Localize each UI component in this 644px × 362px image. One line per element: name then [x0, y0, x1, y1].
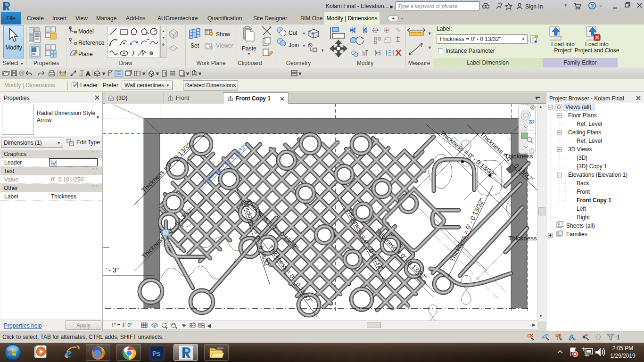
svg-text:▼: ▼ — [198, 72, 202, 76]
svg-text:▾: ▾ — [299, 71, 301, 76]
svg-text:?: ? — [591, 3, 594, 8]
svg-text:Ps: Ps — [152, 350, 160, 357]
svg-text:▼: ▼ — [428, 45, 431, 50]
svg-text:▼: ▼ — [186, 72, 190, 76]
svg-text:▼: ▼ — [102, 72, 106, 76]
svg-text:Ref. Level: Ref. Level — [577, 121, 602, 127]
svg-text:Front: Front — [577, 189, 590, 195]
svg-text:A: A — [86, 70, 91, 77]
svg-text:Views (all): Views (all) — [565, 104, 591, 110]
svg-text:Families: Families — [566, 231, 587, 238]
svg-text:2D: 2D — [528, 119, 535, 124]
svg-text:Sign In: Sign In — [525, 3, 543, 10]
svg-text:Ref. Level: Ref. Level — [577, 138, 602, 144]
svg-text:▼: ▼ — [428, 31, 431, 36]
svg-text:3D Views: 3D Views — [568, 146, 592, 153]
svg-text:Right: Right — [577, 214, 590, 221]
svg-text:◀: ◀ — [207, 323, 211, 328]
svg-text:Ceiling Plans: Ceiling Plans — [568, 129, 601, 136]
svg-text:▼: ▼ — [142, 72, 146, 76]
svg-text:Front Copy 1: Front Copy 1 — [577, 197, 611, 204]
svg-text:Left: Left — [577, 206, 586, 212]
svg-text:Sheets (all): Sheets (all) — [566, 222, 595, 229]
svg-text:Elevations (Elevation 1): Elevations (Elevation 1) — [568, 172, 627, 178]
svg-text:{3D} Copy 1: {3D} Copy 1 — [577, 163, 607, 170]
svg-text:Floor Plans: Floor Plans — [568, 112, 597, 119]
svg-text:▼: ▼ — [156, 72, 159, 76]
svg-text:Thickness: Thickness — [508, 235, 537, 242]
svg-text:▼: ▼ — [321, 48, 323, 53]
svg-text:{3D}: {3D} — [577, 155, 587, 161]
svg-text::1: :1 — [615, 334, 620, 341]
svg-text:Back: Back — [577, 180, 590, 187]
svg-text:' - 3": ' - 3" — [106, 266, 119, 274]
